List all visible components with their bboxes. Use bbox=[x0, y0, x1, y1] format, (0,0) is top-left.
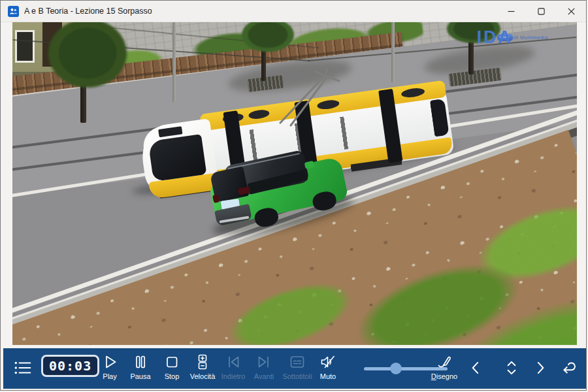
minimize-button[interactable] bbox=[496, 1, 526, 22]
subtitles-label: Sottotitoli bbox=[282, 372, 312, 380]
volume-thumb[interactable] bbox=[390, 363, 402, 374]
scene-tree-foliage bbox=[32, 22, 143, 107]
mute-icon bbox=[319, 353, 337, 371]
scene-pole bbox=[391, 22, 395, 82]
skip-back-icon bbox=[224, 353, 242, 371]
maximize-button[interactable] bbox=[526, 1, 556, 22]
video-area[interactable]: IDA Autosoft Multimedia bbox=[12, 22, 577, 345]
back-label: Indietro bbox=[221, 372, 246, 380]
return-arrow-icon bbox=[559, 358, 579, 378]
titlebar: A e B Teoria - Lezione 15 Sorpasso bbox=[1, 1, 586, 22]
mute-button[interactable]: Muto bbox=[310, 353, 346, 380]
list-icon bbox=[12, 358, 33, 378]
control-bar: 00:03 Play Pausa Stop Velocità Indietro bbox=[3, 348, 586, 389]
play-label: Play bbox=[103, 372, 116, 380]
maximize-icon bbox=[538, 8, 545, 15]
prev-slide-button[interactable] bbox=[457, 358, 494, 378]
timer-display: 00:03 bbox=[41, 355, 99, 377]
scene-car bbox=[208, 150, 349, 242]
stop-icon bbox=[163, 353, 181, 371]
stop-label: Stop bbox=[165, 372, 180, 380]
skip-forward-icon bbox=[255, 353, 273, 371]
speed-label: Velocità bbox=[190, 372, 216, 380]
app-window: A e B Teoria - Lezione 15 Sorpasso bbox=[0, 0, 587, 391]
minimize-icon bbox=[508, 8, 515, 15]
mute-label: Muto bbox=[320, 372, 336, 380]
return-button[interactable] bbox=[551, 358, 587, 378]
watermark-tagline: Autosoft Multimedia bbox=[497, 35, 548, 41]
subtitles-icon bbox=[288, 353, 306, 371]
scene-car-body-group bbox=[206, 142, 351, 240]
play-icon bbox=[101, 353, 119, 371]
scene-pole bbox=[172, 22, 176, 102]
window-title: A e B Teoria - Lezione 15 Sorpasso bbox=[24, 7, 152, 16]
speed-icon bbox=[193, 353, 212, 371]
app-icon bbox=[8, 6, 19, 17]
draw-pen-icon bbox=[435, 353, 453, 371]
chevron-up-down-icon bbox=[502, 358, 521, 378]
playlist-button[interactable] bbox=[5, 358, 41, 378]
buddies-icon bbox=[9, 7, 18, 16]
draw-label: Disegno bbox=[431, 372, 457, 380]
chevron-right-icon bbox=[531, 358, 550, 378]
scene-tram-pantograph bbox=[272, 55, 351, 127]
pause-label: Pausa bbox=[130, 372, 150, 380]
pause-icon bbox=[131, 353, 150, 371]
forward-label: Avanti bbox=[254, 372, 274, 380]
forward-button[interactable]: Avanti bbox=[246, 353, 282, 380]
close-icon bbox=[568, 8, 575, 15]
chevron-left-icon bbox=[466, 358, 485, 378]
close-button[interactable] bbox=[556, 1, 586, 22]
scene-tram-windshield bbox=[148, 134, 207, 182]
